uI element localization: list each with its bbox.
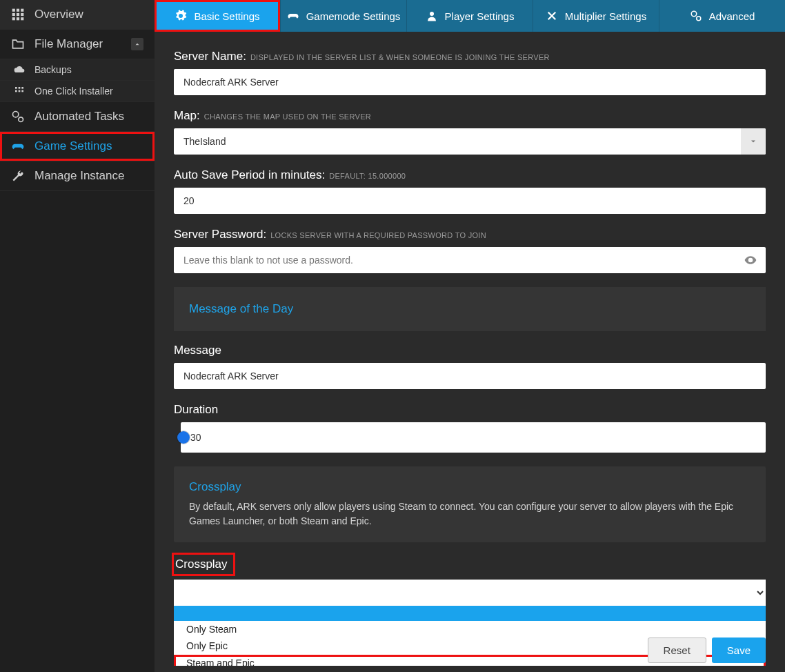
svg-rect-10 (19, 87, 21, 89)
server-name-input[interactable] (174, 69, 766, 95)
crossplay-panel-title: Crossplay (189, 480, 751, 494)
grid-small-icon (14, 86, 25, 97)
settings-tabs: Basic Settings Gamemode Settings Player … (155, 0, 785, 32)
svg-point-19 (696, 17, 700, 21)
svg-point-15 (13, 112, 19, 117)
grid-icon (11, 8, 25, 21)
sidebar-label: Game Settings (34, 139, 112, 153)
sidebar-label: Manage Instance (34, 169, 124, 183)
sidebar-item-overview[interactable]: Overview (0, 0, 155, 30)
collapse-caret-icon[interactable] (131, 38, 143, 50)
svg-rect-0 (12, 9, 15, 12)
gears-icon (11, 110, 25, 123)
password-hint: LOCKS SERVER WITH A REQUIRED PASSWORD TO… (270, 231, 486, 239)
reset-button[interactable]: Reset (648, 638, 706, 663)
svg-rect-9 (15, 87, 17, 89)
autosave-hint: DEFAULT: 15.000000 (329, 172, 406, 180)
tab-label: Gamemode Settings (306, 10, 401, 22)
crossplay-label: Crossplay (174, 555, 233, 574)
tab-basic-settings[interactable]: Basic Settings (155, 0, 281, 32)
server-name-label: Server Name:DISPLAYED IN THE SERVER LIST… (174, 50, 766, 63)
sidebar-item-manage-instance[interactable]: Manage Instance (0, 161, 155, 191)
svg-rect-4 (17, 13, 19, 16)
sidebar-label: File Manager (34, 37, 103, 51)
svg-point-16 (19, 117, 23, 122)
sidebar-item-game-settings[interactable]: Game Settings (0, 132, 155, 161)
sidebar-item-file-manager[interactable]: File Manager (0, 30, 155, 59)
tab-label: Basic Settings (194, 10, 259, 22)
tab-gamemode-settings[interactable]: Gamemode Settings (281, 0, 407, 32)
sidebar-item-one-click[interactable]: One Click Installer (0, 81, 155, 102)
map-select[interactable] (174, 128, 766, 155)
crossplay-select[interactable] (174, 580, 766, 606)
tab-label: Advanced (709, 10, 755, 22)
gears-icon (690, 10, 702, 22)
motd-panel: Message of the Day (174, 287, 766, 331)
tab-label: Player Settings (445, 10, 515, 22)
cloud-icon (14, 64, 25, 75)
crossplay-panel: Crossplay By default, ARK servers only a… (174, 466, 766, 542)
autosave-label: Auto Save Period in minutes:DEFAULT: 15.… (174, 168, 766, 182)
folder-icon (11, 37, 25, 51)
tab-label: Multiplier Settings (565, 10, 646, 22)
svg-rect-13 (19, 90, 21, 92)
message-input[interactable] (174, 363, 766, 389)
sidebar: Overview File Manager Backups One Click … (0, 0, 155, 672)
svg-rect-3 (12, 13, 15, 16)
tab-advanced[interactable]: Advanced (659, 0, 785, 32)
main: Basic Settings Gamemode Settings Player … (155, 0, 785, 672)
server-name-hint: DISPLAYED IN THE SERVER LIST & WHEN SOME… (250, 53, 550, 61)
crossplay-option-blank[interactable] (174, 606, 766, 621)
message-label: Message (174, 344, 766, 357)
svg-rect-14 (21, 90, 23, 92)
password-input[interactable] (174, 247, 766, 273)
sidebar-item-automated-tasks[interactable]: Automated Tasks (0, 102, 155, 132)
footer-buttons: Reset Save (648, 638, 766, 663)
save-button[interactable]: Save (712, 638, 766, 663)
x-icon (546, 10, 558, 22)
sidebar-label: One Click Installer (34, 86, 113, 97)
sidebar-label: Overview (34, 8, 83, 21)
map-hint: CHANGES THE MAP USED ON THE SERVER (204, 112, 371, 121)
sidebar-item-backups[interactable]: Backups (0, 59, 155, 81)
crossplay-panel-desc: By default, ARK servers only allow playe… (189, 500, 751, 528)
duration-input[interactable] (181, 422, 766, 453)
motd-title: Message of the Day (189, 302, 751, 316)
svg-rect-11 (21, 87, 23, 89)
sidebar-label: Backups (34, 64, 72, 75)
svg-point-18 (691, 11, 697, 17)
crossplay-option-only-steam[interactable]: Only Steam (174, 621, 766, 638)
sidebar-label: Automated Tasks (34, 110, 124, 123)
tab-player-settings[interactable]: Player Settings (407, 0, 533, 32)
duration-label: Duration (174, 403, 766, 417)
map-label: Map:CHANGES THE MAP USED ON THE SERVER (174, 109, 766, 123)
user-icon (426, 10, 438, 22)
gear-icon (175, 10, 187, 22)
gamepad-icon (287, 10, 299, 22)
svg-rect-2 (21, 9, 23, 12)
autosave-input[interactable] (174, 188, 766, 214)
svg-rect-8 (21, 17, 23, 20)
svg-rect-1 (17, 9, 19, 12)
wrench-icon (11, 169, 25, 183)
settings-content: Server Name:DISPLAYED IN THE SERVER LIST… (155, 32, 785, 666)
tab-multiplier-settings[interactable]: Multiplier Settings (533, 0, 659, 32)
eye-icon[interactable] (744, 253, 757, 267)
svg-point-17 (430, 12, 434, 16)
password-label: Server Password:LOCKS SERVER WITH A REQU… (174, 228, 766, 241)
svg-rect-6 (12, 17, 15, 20)
svg-rect-5 (21, 13, 23, 16)
gamepad-icon (11, 139, 25, 153)
svg-rect-7 (17, 17, 19, 20)
svg-rect-12 (15, 90, 17, 92)
